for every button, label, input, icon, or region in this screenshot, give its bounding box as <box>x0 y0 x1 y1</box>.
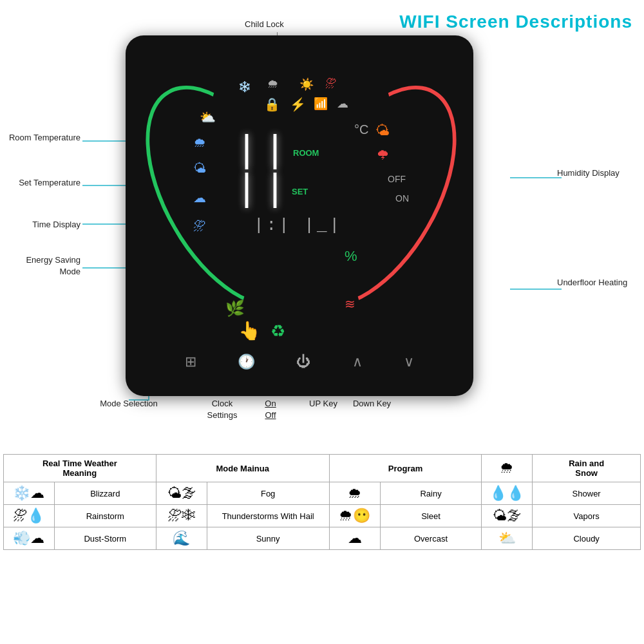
icon-room-cloud: 🌤 <box>193 161 206 176</box>
icon-fog: 🌤🌫 <box>156 482 207 505</box>
icon-blizzard: ❄️☁ <box>4 482 55 505</box>
header-program: Program <box>329 455 482 482</box>
lock-icon: 🔒 <box>264 97 280 112</box>
icon-cloudy: ⛅ <box>482 527 533 550</box>
icon-rainstorm: ⛈💧 <box>4 505 55 527</box>
underfloor-heating-label: Underfloor Heating <box>557 277 641 289</box>
label-sleet: Sleet <box>380 505 482 527</box>
energy-saving-label: Energy Saving Mode <box>3 254 80 278</box>
label-cloudy: Cloudy <box>533 527 641 550</box>
header-rain-snow-icon: 🌨 <box>482 455 533 482</box>
clock-button[interactable]: 🕐 <box>238 354 255 370</box>
wifi-icon: 📶 <box>314 97 328 111</box>
label-vapors: Vapors <box>533 505 641 527</box>
label-sunny: Sunny <box>207 527 329 550</box>
icon-off: OFF <box>388 174 406 184</box>
power-button[interactable]: ⏻ <box>296 354 310 370</box>
up-button[interactable]: ∧ <box>352 354 363 370</box>
cloud-wifi-icon: ☁ <box>337 97 348 111</box>
down-button[interactable]: ∨ <box>404 354 414 370</box>
icon-orange-sun: 🌤 <box>375 122 390 139</box>
icon-rainy: 🌧 <box>329 482 380 505</box>
weather-icon-snow: ❄️ <box>238 80 251 93</box>
weather-icon-sun: ☀️ <box>299 77 314 91</box>
icon-cloud-sun: ⛅ <box>200 109 216 125</box>
weather-table: Real Time WeatherMeaning Mode Mainua Pro… <box>3 454 641 550</box>
icon-thunderhail: ⛈❄ <box>156 505 207 527</box>
secondary-digits: |:| |_| <box>254 216 342 235</box>
leaf-icon: 🌿 <box>225 299 245 317</box>
wifi-title: WIFI Screen Descriptions <box>399 12 632 32</box>
label-thunderhail: Thunderstorms With Hail <box>207 505 329 527</box>
percent-icon: % <box>345 248 357 265</box>
room-temp-connector <box>82 140 131 142</box>
main-digits: || || <box>235 132 361 209</box>
label-fog: Fog <box>207 482 329 505</box>
humidity-connector <box>510 177 562 178</box>
label-shower: Shower <box>533 482 641 505</box>
bottom-buttons-row: ⊞ 🕐 ⏻ ∧ ∨ <box>126 354 473 370</box>
label-blizzard: Blizzard <box>54 482 156 505</box>
child-lock-label: Child Lock <box>245 19 284 29</box>
set-temperature-label: Set Temperature <box>3 177 80 189</box>
icon-rain-cloud: 🌧 <box>193 135 206 150</box>
underfloor-connector <box>510 289 562 290</box>
icon-vapors: 🌤🌫 <box>482 505 533 527</box>
refresh-icon: ♻ <box>270 321 285 341</box>
icon-on: ON <box>395 193 409 204</box>
main-display: || || |:| |_| <box>235 119 361 248</box>
humidity-display-label: Humidity Display <box>557 167 641 179</box>
mode-button[interactable]: ⊞ <box>185 354 196 370</box>
heating-icon: ≋ <box>345 296 355 312</box>
icon-set-cloud: ☁ <box>193 190 206 205</box>
bluetooth-icon: ⚡ <box>290 97 306 112</box>
header-weather-meaning: Real Time WeatherMeaning <box>4 455 156 482</box>
header-mode-manu: Mode Mainua <box>156 455 329 482</box>
weather-icon-storm: ⛈ <box>325 77 337 91</box>
icon-dust-storm: 💨☁ <box>4 527 55 550</box>
icon-overcast: ☁ <box>329 527 380 550</box>
icon-red-cloud: 🌩 <box>377 148 390 163</box>
time-display-label: Time Display <box>3 219 80 231</box>
label-overcast: Overcast <box>380 527 482 550</box>
icon-sleet: 🌨😶 <box>329 505 380 527</box>
device-body: ❄️ 🌧 ☀️ ⛈ ⛅ 🌧 🌤 ☁ ⛈ °C 🌤 🌩 OFF ON 🔒 ⚡ 📶 … <box>126 35 473 396</box>
icon-storm-cloud: ⛈ <box>193 219 206 234</box>
room-temperature-label: Room Temperature <box>3 132 80 144</box>
icon-shower: 💧💧 <box>482 482 533 505</box>
header-rain-snow: Rain andSnow <box>533 455 641 482</box>
label-rainstorm: Rainstorm <box>54 505 156 527</box>
touch-icon: 👆 <box>238 320 261 341</box>
weather-icon-rain: 🌧 <box>267 77 279 91</box>
label-rainy: Rainy <box>380 482 482 505</box>
label-dust-storm: Dust-Storm <box>54 527 156 550</box>
device-container: ❄️ 🌧 ☀️ ⛈ ⛅ 🌧 🌤 ☁ ⛈ °C 🌤 🌩 OFF ON 🔒 ⚡ 📶 … <box>126 35 473 415</box>
icon-sunny: 🌊 <box>156 527 207 550</box>
